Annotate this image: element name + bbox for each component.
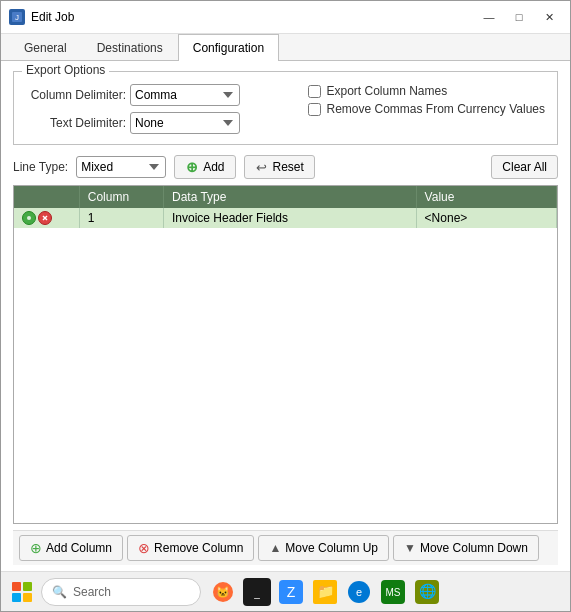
table-body: 1 Invoice Header Fields <None> <box>14 208 557 228</box>
svg-text:_: _ <box>253 588 260 599</box>
text-delimiter-label: Text Delimiter: <box>26 116 126 130</box>
svg-point-2 <box>27 216 31 220</box>
svg-text:Z: Z <box>287 584 296 600</box>
svg-text:e: e <box>356 586 362 598</box>
col-header-column: Column <box>79 186 163 208</box>
svg-text:🌐: 🌐 <box>419 583 437 600</box>
line-type-label: Line Type: <box>13 160 68 174</box>
move-down-icon: ▼ <box>404 541 416 555</box>
row-value: <None> <box>416 208 556 228</box>
reset-icon: ↩ <box>255 160 269 174</box>
line-type-row: Line Type: Mixed Header Detail ⊕ Add ↩ R… <box>13 155 558 179</box>
row-data-type: Invoice Header Fields <box>163 208 416 228</box>
move-down-button[interactable]: ▼ Move Column Down <box>393 535 539 561</box>
taskbar-app-icons: 🐱 _ Z 📁 e MS 🌐 <box>209 578 441 606</box>
bottom-buttons-bar: ⊕ Add Column ⊗ Remove Column ▲ Move Colu… <box>13 530 558 565</box>
remove-commas-checkbox[interactable]: Remove Commas From Currency Values <box>308 102 545 116</box>
table-row[interactable]: 1 Invoice Header Fields <None> <box>14 208 557 228</box>
win-q4 <box>23 593 32 602</box>
col-header-value: Value <box>416 186 556 208</box>
taskbar-search-label: Search <box>73 585 111 599</box>
columns-table-container: Column Data Type Value <box>13 185 558 524</box>
line-type-select[interactable]: Mixed Header Detail <box>76 156 166 178</box>
row-delete-icon[interactable] <box>38 211 52 225</box>
export-column-names-checkbox[interactable]: Export Column Names <box>308 84 545 98</box>
add-button[interactable]: ⊕ Add <box>174 155 235 179</box>
clear-all-button[interactable]: Clear All <box>491 155 558 179</box>
win-q2 <box>23 582 32 591</box>
start-button[interactable] <box>7 577 37 607</box>
taskbar-app-4[interactable]: 📁 <box>311 578 339 606</box>
delimiter-fields: Column Delimiter: Comma Text Delimiter: … <box>26 84 276 134</box>
row-action-icons <box>14 208 79 228</box>
search-icon: 🔍 <box>52 585 67 599</box>
taskbar-app-5[interactable]: e <box>345 578 373 606</box>
app-icon: J <box>9 9 25 25</box>
column-delimiter-label: Column Delimiter: <box>26 88 126 102</box>
column-delimiter-row: Column Delimiter: Comma <box>26 84 276 106</box>
tab-bar: General Destinations Configuration <box>1 34 570 61</box>
taskbar-app-2[interactable]: _ <box>243 578 271 606</box>
close-button[interactable]: ✕ <box>536 7 562 27</box>
window-controls: — □ ✕ <box>476 7 562 27</box>
text-delimiter-select[interactable]: None <box>130 112 240 134</box>
remove-commas-input[interactable] <box>308 103 321 116</box>
svg-text:J: J <box>15 13 19 22</box>
columns-table: Column Data Type Value <box>14 186 557 228</box>
maximize-button[interactable]: □ <box>506 7 532 27</box>
taskbar: 🔍 Search 🐱 _ Z 📁 e MS 🌐 <box>1 571 570 611</box>
tab-general[interactable]: General <box>9 34 82 61</box>
window-title: Edit Job <box>31 10 476 24</box>
taskbar-app-6[interactable]: MS <box>379 578 407 606</box>
tab-destinations[interactable]: Destinations <box>82 34 178 61</box>
title-bar: J Edit Job — □ ✕ <box>1 1 570 34</box>
taskbar-app-3[interactable]: Z <box>277 578 305 606</box>
remove-column-icon: ⊗ <box>138 540 150 556</box>
move-up-button[interactable]: ▲ Move Column Up <box>258 535 389 561</box>
col-header-datatype: Data Type <box>163 186 416 208</box>
row-column-number: 1 <box>79 208 163 228</box>
main-content: Export Options Column Delimiter: Comma T… <box>1 61 570 571</box>
tab-configuration[interactable]: Configuration <box>178 34 279 61</box>
export-options-label: Export Options <box>22 63 109 77</box>
reset-button[interactable]: ↩ Reset <box>244 155 315 179</box>
column-delimiter-select[interactable]: Comma <box>130 84 240 106</box>
col-header-icons <box>14 186 79 208</box>
win-q3 <box>12 593 21 602</box>
minimize-button[interactable]: — <box>476 7 502 27</box>
add-icon: ⊕ <box>185 160 199 174</box>
export-options-group: Export Options Column Delimiter: Comma T… <box>13 71 558 145</box>
win-q1 <box>12 582 21 591</box>
taskbar-search-box[interactable]: 🔍 Search <box>41 578 201 606</box>
windows-logo <box>12 582 32 602</box>
move-up-icon: ▲ <box>269 541 281 555</box>
taskbar-app-7[interactable]: 🌐 <box>413 578 441 606</box>
taskbar-app-1[interactable]: 🐱 <box>209 578 237 606</box>
svg-text:🐱: 🐱 <box>216 585 230 599</box>
export-column-names-input[interactable] <box>308 85 321 98</box>
add-column-button[interactable]: ⊕ Add Column <box>19 535 123 561</box>
add-column-icon: ⊕ <box>30 540 42 556</box>
main-window: J Edit Job — □ ✕ General Destinations Co… <box>0 0 571 612</box>
svg-text:MS: MS <box>386 587 401 598</box>
export-checkboxes: Export Column Names Remove Commas From C… <box>296 84 545 116</box>
row-view-icon[interactable] <box>22 211 36 225</box>
text-delimiter-row: Text Delimiter: None <box>26 112 276 134</box>
svg-text:📁: 📁 <box>317 583 335 600</box>
table-header-row: Column Data Type Value <box>14 186 557 208</box>
remove-column-button[interactable]: ⊗ Remove Column <box>127 535 254 561</box>
